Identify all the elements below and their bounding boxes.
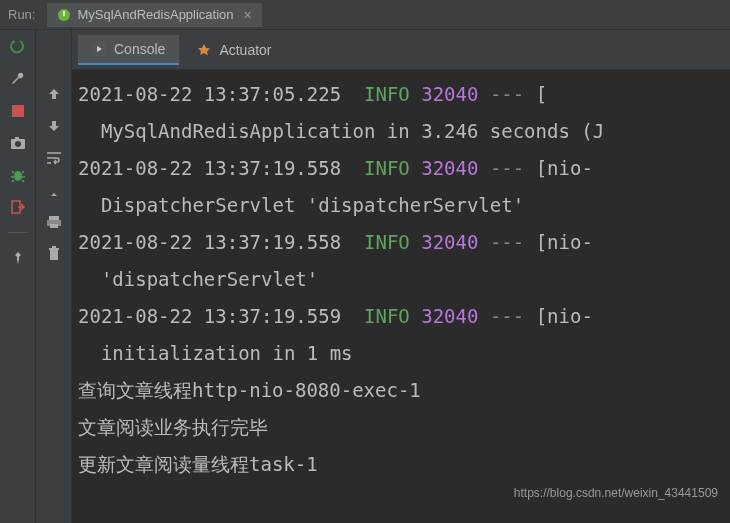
camera-icon[interactable] bbox=[9, 134, 27, 152]
toolbar-divider bbox=[8, 232, 28, 233]
spring-boot-icon bbox=[57, 8, 71, 22]
stop-icon[interactable] bbox=[9, 102, 27, 120]
svg-rect-10 bbox=[50, 250, 58, 260]
svg-rect-7 bbox=[49, 216, 59, 220]
svg-rect-11 bbox=[49, 248, 59, 250]
arrow-up-icon[interactable] bbox=[45, 85, 63, 103]
svg-rect-1 bbox=[12, 105, 24, 117]
tab-console-label: Console bbox=[114, 41, 165, 57]
tab-actuator-label: Actuator bbox=[219, 42, 271, 58]
pin-icon[interactable] bbox=[9, 249, 27, 267]
svg-point-5 bbox=[14, 171, 22, 181]
window-header: Run: MySqlAndRedisApplication × bbox=[0, 0, 730, 30]
rerun-icon[interactable] bbox=[9, 38, 27, 56]
svg-point-3 bbox=[15, 141, 21, 147]
main-area: Console Actuator 2021-08-22 13:37:05.225… bbox=[0, 30, 730, 523]
wrench-icon[interactable] bbox=[9, 70, 27, 88]
tab-console[interactable]: Console bbox=[78, 35, 179, 65]
svg-rect-9 bbox=[50, 224, 58, 228]
mid-toolbar bbox=[36, 30, 72, 523]
exit-icon[interactable] bbox=[9, 198, 27, 216]
left-toolbar bbox=[0, 30, 36, 523]
run-config-tab[interactable]: MySqlAndRedisApplication × bbox=[47, 3, 261, 27]
tab-actuator[interactable]: Actuator bbox=[183, 36, 285, 64]
bug-icon[interactable] bbox=[9, 166, 27, 184]
wrap-icon[interactable] bbox=[45, 149, 63, 167]
print-icon[interactable] bbox=[45, 213, 63, 231]
watermark: https://blog.csdn.net/weixin_43441509 bbox=[514, 482, 718, 505]
content-column: Console Actuator 2021-08-22 13:37:05.225… bbox=[72, 30, 730, 523]
scroll-end-icon[interactable] bbox=[45, 181, 63, 199]
run-config-name: MySqlAndRedisApplication bbox=[77, 7, 233, 22]
actuator-icon bbox=[197, 43, 211, 57]
tool-tabs: Console Actuator bbox=[72, 30, 730, 70]
close-icon[interactable]: × bbox=[244, 7, 252, 23]
console-output[interactable]: 2021-08-22 13:37:05.225 INFO 32040 --- [… bbox=[72, 70, 730, 523]
run-label: Run: bbox=[8, 7, 35, 22]
log-lines: 2021-08-22 13:37:05.225 INFO 32040 --- [… bbox=[76, 76, 730, 484]
svg-rect-12 bbox=[52, 246, 56, 248]
trash-icon[interactable] bbox=[45, 245, 63, 263]
play-icon bbox=[92, 42, 106, 56]
arrow-down-icon[interactable] bbox=[45, 117, 63, 135]
svg-rect-4 bbox=[15, 137, 19, 140]
